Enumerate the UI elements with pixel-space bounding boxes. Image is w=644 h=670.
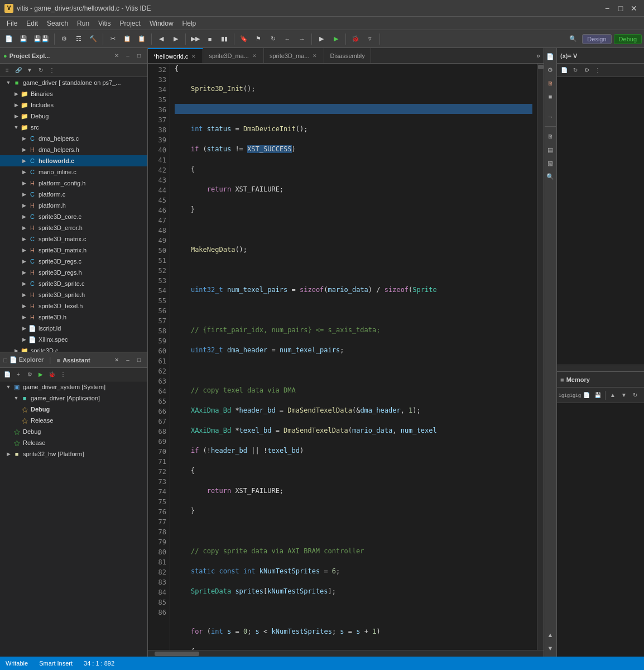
right-icon-2[interactable]: ⚙ (544, 64, 556, 76)
debug-mode-button[interactable]: Debug (614, 34, 642, 44)
assistant-close-button[interactable]: ✕ (112, 355, 122, 365)
debug-step-button[interactable]: ▶▶ (189, 32, 202, 46)
memory-content[interactable] (557, 403, 644, 657)
tree-sprite3d-texel-h[interactable]: ▶ H sprite3D_texel.h (0, 300, 147, 312)
task-button[interactable]: ⚑ (252, 32, 265, 46)
search-toolbar-button[interactable]: 🔍 (566, 32, 580, 46)
right-icon-8[interactable]: ▧ (544, 157, 556, 169)
tree-sprite3d-h[interactable]: ▶ H sprite3D.h (0, 312, 147, 323)
menu-file[interactable]: File (2, 18, 22, 28)
assistant-run-button[interactable]: ▶ (36, 370, 46, 380)
tab-disassembly[interactable]: Disassembly (324, 48, 371, 63)
stop-button[interactable]: ■ (203, 32, 217, 46)
menu-help[interactable]: Help (178, 18, 201, 28)
hammer-button[interactable]: 🔨 (86, 32, 100, 46)
window-controls[interactable]: − □ ✕ (602, 3, 640, 14)
tree-sprite3d-sprite-c[interactable]: ▶ C sprite3D_sprite.c (0, 278, 147, 289)
arrow-fwd-button[interactable]: → (295, 32, 309, 46)
sync-button[interactable]: ↻ (36, 65, 46, 75)
mem-prev-btn[interactable]: ▲ (608, 390, 618, 400)
minimize-button[interactable]: − (602, 3, 613, 14)
assistant-tab[interactable]: Assistant (63, 357, 90, 363)
tree-sprite3d-regs-c[interactable]: ▶ C sprite3D_regs.c (0, 256, 147, 267)
tab-sprite3d-ma-1-close[interactable]: ✕ (251, 52, 258, 59)
design-mode-button[interactable]: Design (582, 34, 611, 44)
save-all-button[interactable]: 💾💾 (31, 32, 51, 46)
build-button[interactable]: ☶ (72, 32, 85, 46)
filter-button[interactable]: ▼ (25, 65, 35, 75)
tab-sprite3d-ma-2[interactable]: sprite3D_ma... ✕ (264, 48, 325, 63)
tree-platform-config[interactable]: ▶ H platform_config.h (0, 178, 147, 189)
menu-window[interactable]: Window (145, 18, 178, 28)
mem-byte-btn[interactable]: 1g1g (559, 390, 569, 400)
editor-hscrollbar[interactable] (148, 650, 544, 657)
tab-overflow-button[interactable]: » (533, 48, 544, 63)
bookmark-button[interactable]: 🔖 (237, 32, 251, 46)
tree-app-release[interactable]: ⚝ Release (0, 415, 147, 426)
right-icon-3[interactable]: 🗎 (544, 77, 556, 89)
tree-src[interactable]: ▼ 📁 src (0, 122, 147, 133)
menu-vitis[interactable]: Vitis (94, 18, 115, 28)
code-editor[interactable]: { Sprite3D_Init(); int status = DmaDevic… (170, 64, 537, 650)
tab-sprite3d-ma-1[interactable]: sprite3D_ma... ✕ (203, 48, 264, 63)
tree-platform[interactable]: ▶ ■ sprite32_hw [Platform] (0, 448, 147, 460)
tree-mario-inline[interactable]: ▶ C mario_inline.c (0, 166, 147, 178)
tree-sprite3d-sprite-h[interactable]: ▶ H sprite3D_sprite.h (0, 289, 147, 300)
link-editor-button[interactable]: 🔗 (13, 65, 23, 75)
tree-lscript[interactable]: ▶ 📄 lscript.ld (0, 323, 147, 334)
more-options-button[interactable]: ⋮ (47, 65, 57, 75)
tree-platform-c[interactable]: ▶ C platform.c (0, 189, 147, 200)
tree-helloworld[interactable]: ▶ C helloworld.c (0, 155, 147, 166)
right-icon-7[interactable]: ▤ (544, 143, 556, 156)
expr-add-btn[interactable]: 📄 (559, 65, 569, 75)
tree-game-driver-app[interactable]: ▼ ■ game_driver [Application] (0, 393, 147, 404)
refresh-button[interactable]: ↻ (266, 32, 280, 46)
right-icon-9[interactable]: 🔍 (544, 170, 556, 183)
explorer-tab[interactable]: 📄 Explorer (9, 356, 44, 363)
tree-dma-helpers-h[interactable]: ▶ H dma_helpers.h (0, 144, 147, 155)
right-icon-11[interactable]: ▼ (544, 642, 556, 654)
explorer-max-button[interactable]: □ (134, 51, 144, 61)
tree-includes[interactable]: ▶ 📁 Includes (0, 99, 147, 111)
tree-sys-debug[interactable]: ⚝ Debug (0, 426, 147, 437)
tree-binaries[interactable]: ▶ 📁 Binaries (0, 88, 147, 99)
assistant-more-button[interactable]: ⋮ (58, 370, 68, 380)
new-button[interactable]: 📄 (2, 32, 16, 46)
mem-pin-btn[interactable]: ⚥ (641, 390, 644, 400)
assistant-max-button[interactable]: □ (134, 355, 144, 365)
mem-new-btn[interactable]: 📄 (581, 390, 592, 400)
tree-app-debug[interactable]: ⚝ Debug (0, 404, 147, 415)
tree-debug-folder[interactable]: ▶ 📁 Debug (0, 111, 147, 122)
tree-sprite3d-core[interactable]: ▶ C sprite3D_core.c (0, 211, 147, 222)
menu-project[interactable]: Project (116, 18, 145, 28)
settings-button[interactable]: ⚙ (57, 32, 71, 46)
explorer-close-button[interactable]: ✕ (112, 51, 122, 61)
debug-run-button[interactable]: ▿ (363, 32, 377, 46)
menu-search[interactable]: Search (42, 18, 73, 28)
expr-more-btn[interactable]: ⋮ (593, 65, 603, 75)
maximize-button[interactable]: □ (615, 3, 626, 14)
tree-sprite3d-c-folder[interactable]: ▶ 📁 sprite3D.c (0, 345, 147, 352)
tree-game-driver-system[interactable]: ▼ ▣ game_driver_system [System] (0, 381, 147, 393)
assistant-min-button[interactable]: – (123, 355, 133, 365)
assistant-new-button[interactable]: 📄 (2, 370, 12, 380)
menu-run[interactable]: Run (73, 18, 94, 28)
pause-button[interactable]: ▮▮ (218, 32, 231, 46)
tree-sprite3d-regs-h[interactable]: ▶ H sprite3D_regs.h (0, 267, 147, 278)
run-green-button[interactable]: ▶ (329, 32, 343, 46)
tree-sprite3d-matrix-c[interactable]: ▶ C sprite3D_matrix.c (0, 233, 147, 245)
tree-platform-h[interactable]: ▶ H platform.h (0, 200, 147, 211)
right-icon-4[interactable]: ■ (544, 90, 556, 103)
copy-button[interactable]: 📋 (121, 32, 134, 46)
tab-helloworld[interactable]: *helloworld.c ✕ (148, 48, 203, 63)
right-icon-5[interactable]: → (544, 111, 556, 123)
tab-helloworld-close[interactable]: ✕ (190, 53, 197, 60)
expressions-content[interactable] (557, 77, 644, 365)
save-button[interactable]: 💾 (17, 32, 30, 46)
tree-xilinx-spec[interactable]: ▶ 📄 Xilinx.spec (0, 334, 147, 345)
mem-save-btn[interactable]: 💾 (593, 390, 603, 400)
tree-sprite3d-matrix-h[interactable]: ▶ H sprite3D_matrix.h (0, 245, 147, 256)
collapse-all-button[interactable]: ≡ (2, 65, 12, 75)
arrow-back-button[interactable]: ← (281, 32, 294, 46)
expr-hscroll[interactable] (557, 365, 644, 371)
